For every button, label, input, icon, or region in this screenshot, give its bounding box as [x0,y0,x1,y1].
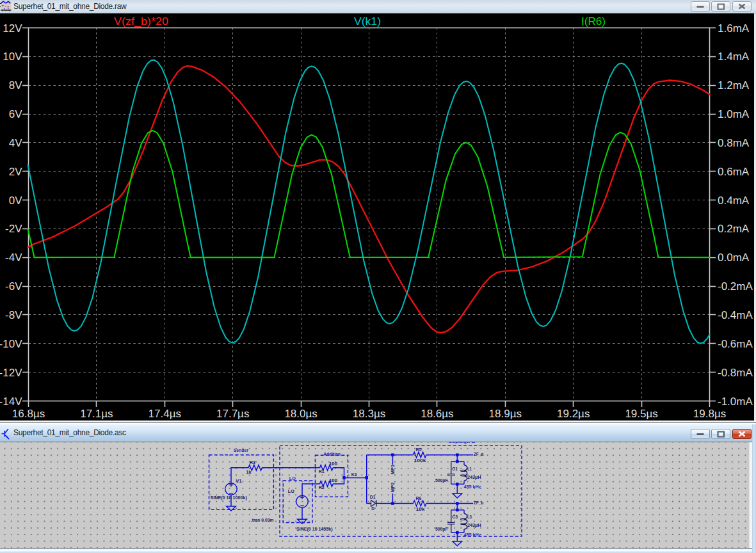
svg-text:18.6µs: 18.6µs [421,408,453,420]
svg-text:500pF: 500pF [435,477,448,483]
svg-text:12V: 12V [3,22,22,35]
svg-text:Empfänger-ZF: Empfänger-ZF [449,442,477,444]
svg-text:0.4mA: 0.4mA [718,195,750,207]
svg-text:8V: 8V [9,79,22,92]
svg-text:ZF_b: ZF_b [474,500,484,506]
svg-text:MP1: MP1 [390,464,396,474]
svg-text:R6: R6 [416,495,422,501]
svg-text:-10V: -10V [0,338,22,350]
svg-text:0.0mA: 0.0mA [718,252,750,264]
svg-text:-0.4mA: -0.4mA [718,309,753,321]
svg-text:SINE(0 10 1000k): SINE(0 10 1000k) [211,495,248,501]
svg-text:17.1µs: 17.1µs [80,408,113,420]
svg-text:LO: LO [289,476,296,481]
svg-text:10k: 10k [416,506,425,512]
svg-text:-4V: -4V [5,252,22,264]
svg-text:.tran 0.03m: .tran 0.03m [251,517,274,523]
svg-text:10V: 10V [3,51,22,63]
svg-text:18.9µs: 18.9µs [489,408,522,420]
svg-text:455 kHz: 455 kHz [463,484,481,490]
svg-text:V1: V1 [236,478,242,484]
svg-text:R3: R3 [250,460,255,465]
svg-text:-1.0mA: -1.0mA [718,396,753,408]
svg-text:18.3µs: 18.3µs [353,408,385,420]
svg-text:6V: 6V [9,108,22,120]
svg-text:243µH: 243µH [467,474,481,480]
svg-text:-12V: -12V [0,367,22,379]
svg-text:-8V: -8V [5,309,22,321]
svg-text:1k: 1k [246,469,252,475]
svg-text:I(R6): I(R6) [581,15,606,28]
svg-text:ZF_a: ZF_a [474,451,484,457]
svg-text:1.0mA: 1.0mA [718,108,750,120]
svg-text:D1: D1 [370,494,376,500]
svg-text:R5: R5 [416,447,422,453]
svg-text:0.2mA: 0.2mA [718,223,750,235]
svg-text:19.2µs: 19.2µs [557,408,590,420]
svg-text:-0.2mA: -0.2mA [718,280,753,293]
svg-text:-2V: -2V [5,223,22,235]
svg-text:500pF: 500pF [435,526,448,532]
svg-text:-0.8mA: -0.8mA [718,367,753,379]
svg-text:1.4mA: 1.4mA [718,51,750,63]
svg-text:C1: C1 [452,466,458,472]
svg-text:D: D [371,506,374,511]
svg-text:17.4µs: 17.4µs [149,408,181,420]
svg-text:R1: R1 [319,469,325,474]
svg-text:2V: 2V [9,166,22,178]
svg-text:C3: C3 [452,514,458,520]
svg-text:V(k1): V(k1) [354,15,381,28]
svg-text:MP2: MP2 [390,482,396,492]
svg-text:16.8µs: 16.8µs [12,408,45,420]
svg-text:SINE(0 10 1455k): SINE(0 10 1455k) [296,526,333,532]
svg-text:K1: K1 [351,472,357,477]
svg-text:0.6mA: 0.6mA [718,166,750,178]
svg-text:-14V: -14V [0,396,22,408]
svg-text:19.8µs: 19.8µs [693,408,726,420]
svg-text:17.7µs: 17.7µs [216,408,249,420]
svg-text:100: 100 [329,477,337,483]
svg-text:-0.6mA: -0.6mA [718,338,753,350]
svg-text:Sender: Sender [234,447,249,453]
svg-text:-6V: -6V [5,280,22,293]
svg-text:LO: LO [288,488,294,494]
svg-text:455 kHz: 455 kHz [463,532,481,538]
svg-text:0V: 0V [9,195,22,207]
svg-text:Addition: Addition [323,451,341,457]
svg-text:243µH: 243µH [467,522,481,528]
svg-text:1.2mA: 1.2mA [718,79,750,92]
svg-text:V(zf_b)*20: V(zf_b)*20 [114,15,168,28]
svg-text:0.8mA: 0.8mA [718,137,750,149]
svg-text:100k: 100k [414,458,427,463]
svg-text:18.0µs: 18.0µs [284,408,317,420]
svg-text:19.5µs: 19.5µs [625,408,657,420]
svg-text:L3: L3 [467,514,472,520]
svg-text:100: 100 [329,461,337,467]
svg-text:1.6mA: 1.6mA [718,22,750,35]
svg-text:R2: R2 [319,485,325,490]
svg-text:4V: 4V [9,137,22,149]
svg-text:L1: L1 [467,466,472,472]
